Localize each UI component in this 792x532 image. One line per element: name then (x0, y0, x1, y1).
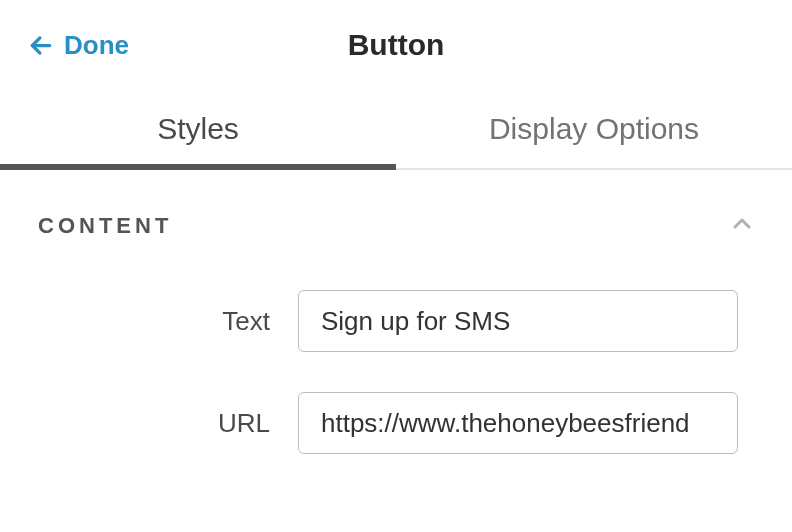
url-field-input[interactable] (298, 392, 738, 454)
page-title: Button (348, 28, 445, 62)
done-label: Done (64, 30, 129, 61)
tab-bar: Styles Display Options (0, 90, 792, 170)
section-title: CONTENT (38, 213, 172, 239)
arrow-left-icon (28, 32, 54, 58)
url-field-label: URL (38, 408, 298, 439)
form-row-url: URL (38, 392, 754, 454)
content-section: CONTENT Text URL (0, 170, 792, 454)
done-button[interactable]: Done (28, 30, 129, 61)
text-field-input[interactable] (298, 290, 738, 352)
form-rows: Text URL (38, 290, 754, 454)
tab-styles[interactable]: Styles (0, 90, 396, 168)
section-header-content[interactable]: CONTENT (38, 212, 754, 240)
form-row-text: Text (38, 290, 754, 352)
tab-display-options[interactable]: Display Options (396, 90, 792, 168)
editor-header: Done Button (0, 0, 792, 90)
chevron-up-icon (730, 212, 754, 240)
text-field-label: Text (38, 306, 298, 337)
